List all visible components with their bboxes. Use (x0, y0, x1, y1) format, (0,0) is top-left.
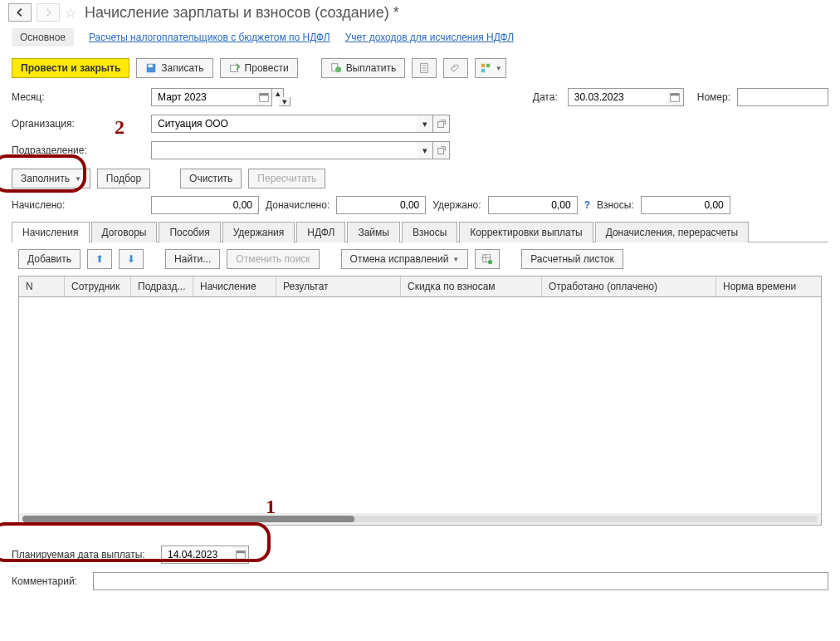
col-employee[interactable]: Сотрудник (65, 276, 131, 296)
table-plus-icon (481, 253, 493, 265)
tab-loans[interactable]: Займы (347, 222, 400, 242)
fees-label: Взносы: (597, 199, 634, 211)
comment-label: Комментарий: (12, 575, 86, 587)
external-icon (436, 118, 447, 130)
move-up-button[interactable]: ⬆ (87, 249, 112, 269)
clear-button[interactable]: Очистить (180, 169, 242, 188)
plan-date-input[interactable] (161, 546, 232, 564)
withheld-value (488, 196, 578, 214)
document-icon (418, 62, 430, 74)
col-discount[interactable]: Скидка по взносам (401, 276, 542, 296)
date-input-field[interactable] (573, 91, 663, 104)
save-button-label: Записать (161, 62, 203, 74)
col-n[interactable]: N (19, 276, 65, 296)
tab-deductions[interactable]: Удержания (222, 222, 295, 242)
division-input-field[interactable] (156, 144, 413, 157)
attach-button[interactable] (443, 58, 468, 78)
date-input[interactable] (568, 88, 667, 106)
org-open-button[interactable] (433, 115, 450, 133)
month-calendar-button[interactable] (256, 88, 272, 106)
division-dropdown-button[interactable]: ▾ (417, 141, 433, 159)
org-dropdown-button[interactable]: ▾ (417, 115, 433, 133)
arrow-down-icon: ⬇ (127, 253, 135, 265)
fees-value-field (646, 198, 725, 212)
division-open-button[interactable] (433, 141, 450, 159)
division-input[interactable] (151, 141, 417, 159)
post-icon (229, 62, 241, 74)
calendar-icon (669, 91, 681, 103)
add-row-button[interactable]: Добавить (18, 249, 81, 269)
cancel-find-button: Отменить поиск (227, 249, 319, 269)
month-input-field[interactable] (156, 91, 252, 104)
svg-rect-9 (481, 64, 484, 67)
pick-button[interactable]: Подбор (97, 169, 150, 188)
post-button[interactable]: Провести (220, 58, 298, 78)
org-input-field[interactable] (156, 117, 413, 130)
month-down-button[interactable]: ▾ (279, 97, 291, 106)
fees-value (641, 196, 730, 214)
paperclip-icon (450, 62, 462, 74)
link-income-records[interactable]: Учет доходов для исчисления НДФЛ (345, 32, 515, 43)
table-body[interactable] (19, 297, 821, 513)
tab-fees[interactable]: Взносы (402, 222, 457, 242)
comment-input[interactable] (93, 572, 828, 590)
pay-button[interactable]: Выплатить (321, 58, 406, 78)
move-down-button[interactable]: ⬇ (119, 249, 144, 269)
show-details-button[interactable] (475, 249, 500, 269)
tab-contracts[interactable]: Договоры (91, 222, 158, 242)
number-input[interactable] (737, 88, 828, 106)
tab-main[interactable]: Основное (12, 28, 74, 46)
number-input-field[interactable] (742, 91, 823, 104)
horizontal-scrollbar[interactable] (19, 513, 821, 525)
org-input[interactable] (151, 115, 417, 133)
post-button-label: Провести (245, 62, 289, 74)
external-icon (436, 144, 447, 156)
report-button[interactable] (412, 58, 437, 78)
post-and-close-button[interactable]: Провести и закрыть (12, 58, 129, 78)
tab-accruals[interactable]: Начисления (12, 222, 90, 242)
arrow-up-icon: ⬆ (95, 253, 104, 265)
help-button[interactable]: ? (584, 199, 590, 211)
date-calendar-button[interactable] (667, 88, 684, 106)
tab-payment-corrections[interactable]: Корректировки выплаты (459, 222, 593, 242)
calendar-icon (258, 91, 270, 103)
payslip-button[interactable]: Расчетный листок (521, 249, 623, 269)
link-tax-calculations[interactable]: Расчеты налогоплательщиков с бюджетом по… (89, 32, 330, 43)
chevron-down-icon: ▼ (75, 175, 81, 183)
more-actions-button[interactable]: ▼ (475, 58, 506, 78)
add-accrued-value (336, 196, 426, 214)
structure-icon (480, 62, 491, 74)
withheld-value-field (493, 198, 573, 212)
svg-rect-17 (437, 148, 443, 154)
tab-additional-accruals[interactable]: Доначисления, перерасчеты (595, 222, 749, 242)
svg-rect-1 (149, 65, 153, 68)
fill-button[interactable]: Заполнить ▼ (12, 169, 90, 188)
pay-button-label: Выплатить (346, 62, 397, 74)
col-result[interactable]: Результат (276, 276, 401, 296)
calendar-icon (235, 549, 247, 560)
tab-ndfl[interactable]: НДФЛ (296, 222, 345, 242)
comment-field[interactable] (98, 575, 823, 588)
plan-date-calendar-button[interactable] (232, 546, 249, 564)
chevron-down-icon: ▼ (496, 65, 502, 72)
nav-back-button[interactable] (8, 3, 32, 22)
col-division[interactable]: Подразд... (131, 276, 193, 296)
tab-benefits[interactable]: Пособия (159, 222, 220, 242)
scrollbar-thumb[interactable] (22, 516, 354, 522)
col-accrual[interactable]: Начисление (193, 276, 276, 296)
favorite-star-icon[interactable]: ☆ (65, 5, 76, 21)
svg-point-4 (335, 66, 341, 72)
cancel-fix-button[interactable]: Отмена исправлений ▼ (341, 249, 469, 269)
plan-date-field[interactable] (166, 548, 228, 561)
pay-icon (330, 62, 342, 74)
arrow-right-icon (42, 7, 54, 18)
nav-forward-button (37, 3, 60, 22)
svg-point-21 (488, 260, 492, 264)
month-input[interactable] (151, 88, 256, 106)
col-worked[interactable]: Отработано (оплачено) (542, 276, 716, 296)
col-norm[interactable]: Норма времени (716, 276, 821, 296)
find-button[interactable]: Найти... (165, 249, 220, 269)
save-button[interactable]: Записать (136, 58, 212, 78)
cancel-fix-label: Отмена исправлений (350, 253, 449, 265)
data-table: N Сотрудник Подразд... Начисление Резуль… (18, 276, 822, 526)
